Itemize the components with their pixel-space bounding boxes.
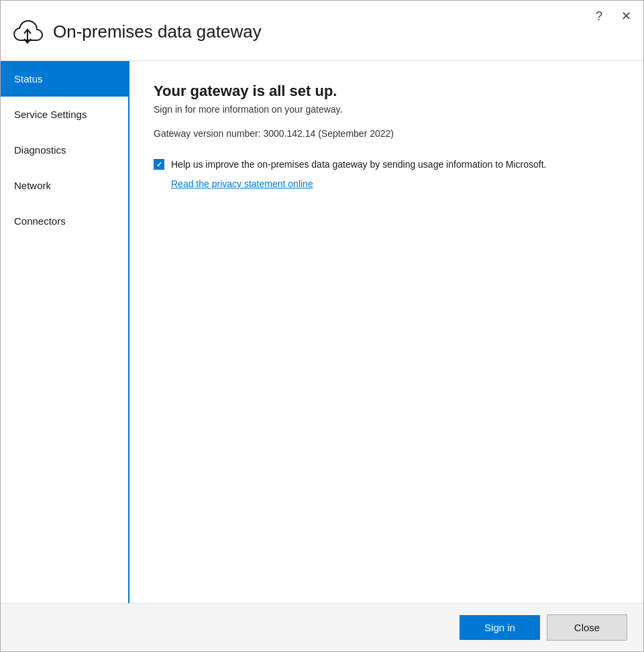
telemetry-label: Help us improve the on-premises data gat…: [171, 158, 547, 172]
status-heading: Your gateway is all set up.: [154, 83, 619, 100]
footer: Sign in Close: [1, 603, 643, 651]
sidebar: Status Service Settings Diagnostics Netw…: [1, 61, 129, 603]
signin-button[interactable]: Sign in: [460, 615, 540, 640]
version-text: Gateway version number: 3000.142.14 (Sep…: [154, 128, 619, 139]
cloud-gateway-icon: [11, 16, 44, 48]
sidebar-item-status[interactable]: Status: [1, 61, 128, 97]
privacy-link[interactable]: Read the privacy statement online: [171, 178, 619, 189]
sidebar-item-service-settings[interactable]: Service Settings: [1, 97, 128, 132]
sidebar-item-connectors[interactable]: Connectors: [1, 203, 128, 239]
telemetry-checkbox-row: Help us improve the on-premises data gat…: [154, 158, 619, 172]
main-panel: Your gateway is all set up. Sign in for …: [129, 61, 643, 603]
title-bar: On-premises data gateway ? ✕: [1, 1, 643, 61]
sidebar-item-diagnostics[interactable]: Diagnostics: [1, 132, 128, 168]
content-area: Status Service Settings Diagnostics Netw…: [1, 61, 643, 603]
close-window-button[interactable]: ✕: [617, 9, 635, 23]
close-button[interactable]: Close: [547, 614, 627, 641]
status-subtext: Sign in for more information on your gat…: [154, 104, 619, 115]
app-title: On-premises data gateway: [53, 21, 633, 42]
telemetry-checkbox[interactable]: [154, 159, 164, 170]
help-button[interactable]: ?: [592, 9, 606, 23]
sidebar-item-network[interactable]: Network: [1, 168, 128, 203]
app-window: On-premises data gateway ? ✕ Status Serv…: [0, 0, 644, 652]
window-controls: ? ✕: [592, 9, 635, 23]
